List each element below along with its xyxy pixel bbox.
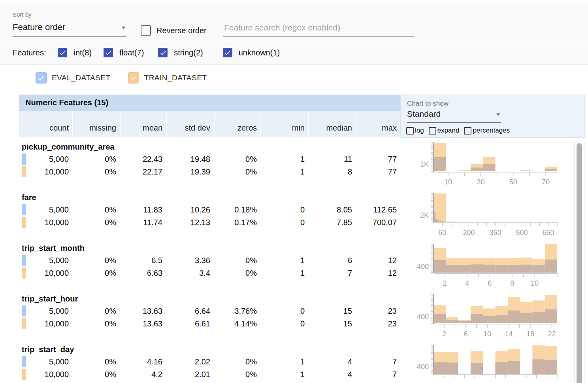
stat-min: 1 xyxy=(260,368,308,381)
feature-type-filter-unknown[interactable]: unknown(1) xyxy=(223,48,280,57)
stat-value: 0% xyxy=(245,167,257,176)
feature-search xyxy=(223,23,413,37)
stat-value: 700.07 xyxy=(373,218,397,227)
dataset-checkbox[interactable] xyxy=(36,72,47,83)
stat-value: 6.63 xyxy=(147,269,162,278)
stat-value: 10,000 xyxy=(45,167,69,176)
stat-value: 0% xyxy=(105,167,116,176)
feature-stats: trip_start_hour5,0000%13.636.643.76%0152… xyxy=(19,293,400,343)
stat-count: 10,000 xyxy=(19,165,72,178)
feature-type-label: unknown(1) xyxy=(239,48,280,57)
vertical-scrollbar-track[interactable] xyxy=(574,142,584,383)
svg-text:10: 10 xyxy=(531,279,539,287)
stat-min: 1 xyxy=(260,254,308,267)
chart-option-checkbox[interactable] xyxy=(429,127,436,135)
dataset-name: EVAL_DATASET xyxy=(52,74,111,82)
column-header-min[interactable]: min xyxy=(260,111,308,137)
dataset-legend-item[interactable]: TRAIN_DATASET xyxy=(128,72,207,83)
train-dataset-swatch xyxy=(22,217,26,228)
stat-zeros: 0% xyxy=(214,355,260,368)
feature-type-filter-float[interactable]: float(7) xyxy=(104,48,144,57)
chart-option-expand[interactable]: expand xyxy=(429,127,460,135)
stat-count: 10,000 xyxy=(19,267,72,279)
stat-value: 4.14% xyxy=(234,319,257,328)
column-header-std-dev[interactable]: std dev xyxy=(166,111,214,137)
dataset-legend: EVAL_DATASETTRAIN_DATASET xyxy=(0,64,588,86)
column-header-zeros[interactable]: zeros xyxy=(214,111,260,137)
train-stats-row: 10,0000%4.22.010%147 xyxy=(19,368,400,381)
dropdown-arrow-icon: ▼ xyxy=(121,25,126,30)
eval-stats-row: 5,0000%4.162.020%147 xyxy=(19,355,400,368)
feature-search-input[interactable] xyxy=(223,23,414,37)
svg-text:400: 400 xyxy=(417,263,429,271)
feature-type-filter-string[interactable]: string(2) xyxy=(158,48,203,57)
stat-value: 1 xyxy=(300,155,305,164)
column-header-count[interactable]: count xyxy=(19,111,72,137)
dataset-legend-item[interactable]: EVAL_DATASET xyxy=(36,72,111,83)
stat-zeros: 0% xyxy=(214,153,260,165)
column-header-mean[interactable]: mean xyxy=(120,111,166,137)
table-title: Numeric Features (15) xyxy=(25,98,108,107)
stat-value: 0% xyxy=(105,307,116,316)
feature-block-trip_start_hour: trip_start_hour5,0000%13.636.643.76%0152… xyxy=(19,293,588,343)
stat-value: 19.39 xyxy=(190,167,210,176)
eval-stats-row: 5,0000%13.636.643.76%01523 xyxy=(19,305,400,317)
stat-value: 2.02 xyxy=(195,357,210,366)
stat-zeros: 0% xyxy=(214,165,260,178)
svg-text:2: 2 xyxy=(443,279,447,287)
feature-name: trip_start_day xyxy=(19,343,400,355)
column-header-max[interactable]: max xyxy=(356,111,400,137)
stat-count: 5,000 xyxy=(19,254,72,267)
stat-std-dev: 2.01 xyxy=(166,368,214,381)
chart-option-percentages[interactable]: percentages xyxy=(464,127,510,135)
stat-missing: 0% xyxy=(72,216,120,229)
column-header-median[interactable]: median xyxy=(308,111,356,137)
eval-stats-row: 5,0000%11.8310.260.18%08.05112.65 xyxy=(19,203,400,216)
stat-std-dev: 10.26 xyxy=(166,203,214,216)
dataset-checkbox[interactable] xyxy=(128,72,139,83)
sort-by-dropdown[interactable]: Feature order ▼ xyxy=(13,22,126,37)
stat-value: 8.05 xyxy=(337,205,352,214)
stat-missing: 0% xyxy=(72,267,120,279)
chart-option-checkbox[interactable] xyxy=(406,127,414,135)
stat-mean: 11.74 xyxy=(120,216,166,229)
stat-value: 4.16 xyxy=(147,357,162,366)
table-header-left: Numeric Features (15) countmissingmeanst… xyxy=(19,95,400,138)
feature-histogram: 400246810 xyxy=(400,242,574,293)
stat-value: 6.64 xyxy=(195,307,210,316)
stat-median: 11 xyxy=(308,153,356,165)
stat-value: 13.63 xyxy=(143,307,162,316)
reverse-order-checkbox[interactable] xyxy=(141,25,151,36)
feature-type-checkbox[interactable] xyxy=(104,48,113,57)
stat-value: 4 xyxy=(348,370,352,379)
feature-type-checkbox[interactable] xyxy=(58,48,67,57)
stat-value: 3.76% xyxy=(234,307,257,316)
train-stats-row: 10,0000%11.7412.130.17%07.85700.07 xyxy=(19,216,400,229)
stat-zeros: 3.76% xyxy=(214,305,260,317)
stat-value: 77 xyxy=(388,167,397,176)
stat-std-dev: 12.13 xyxy=(166,216,214,229)
svg-text:1K: 1K xyxy=(420,160,429,168)
stat-value: 1 xyxy=(300,370,305,379)
feature-type-checkbox[interactable] xyxy=(223,48,232,57)
top-margin xyxy=(0,0,588,3)
feature-block-fare: fare5,0000%11.8310.260.18%08.05112.6510,… xyxy=(19,192,588,242)
stat-median: 7.85 xyxy=(308,216,356,229)
eval-stats-row: 5,0000%22.4319.480%11177 xyxy=(19,153,400,165)
chart-option-checkbox[interactable] xyxy=(464,127,471,135)
stat-max: 23 xyxy=(356,317,400,330)
feature-type-filter-int[interactable]: int(8) xyxy=(58,48,92,57)
chart-option-log[interactable]: log xyxy=(406,127,424,135)
vertical-scrollbar-thumb[interactable] xyxy=(577,143,582,383)
feature-block-trip_start_day: trip_start_day5,0000%4.162.020%14710,000… xyxy=(19,343,588,383)
feature-chart: 2K50200350500650 xyxy=(400,192,574,242)
chart-type-dropdown[interactable]: Standard ▼ xyxy=(407,109,501,123)
svg-text:50: 50 xyxy=(509,178,517,186)
check-icon xyxy=(159,49,167,57)
reverse-order-control[interactable]: Reverse order xyxy=(141,25,207,36)
train-stats-row: 10,0000%6.633.40%1712 xyxy=(19,267,400,279)
column-header-missing[interactable]: missing xyxy=(72,111,120,137)
stat-value: 22.17 xyxy=(143,167,162,176)
feature-type-checkbox[interactable] xyxy=(158,48,168,57)
stat-std-dev: 3.36 xyxy=(166,254,214,267)
